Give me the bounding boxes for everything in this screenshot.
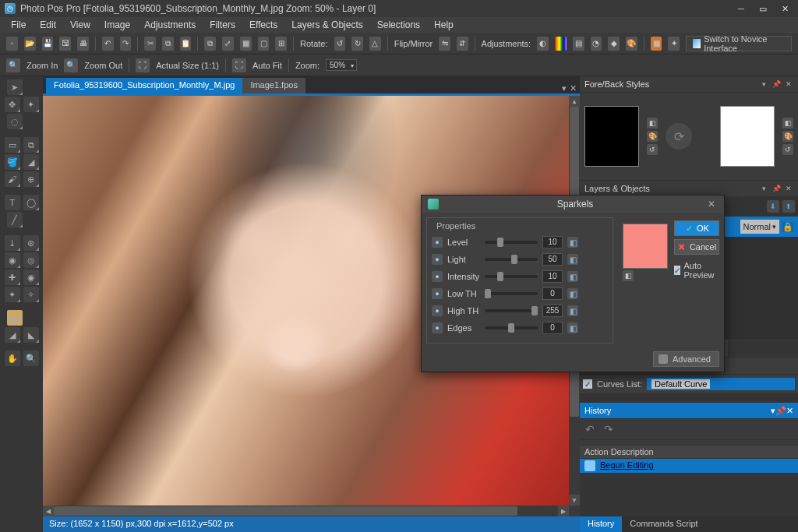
- line-tool-icon[interactable]: ╱: [7, 212, 23, 227]
- redo-icon[interactable]: ↷: [120, 37, 132, 51]
- color-icon[interactable]: ◔: [591, 37, 602, 51]
- zoom-out-icon[interactable]: 🔍: [64, 58, 78, 72]
- swap-colors-icon[interactable]: ⟳: [666, 123, 692, 150]
- ok-button[interactable]: ✓OK: [674, 220, 719, 236]
- dialog-titlebar[interactable]: Sparkels ✕: [422, 196, 724, 213]
- history-item[interactable]: Begun Editing: [580, 459, 798, 473]
- zoom-in-icon[interactable]: 🔍: [6, 58, 20, 72]
- slider[interactable]: [485, 309, 538, 312]
- new-icon[interactable]: ▫: [6, 37, 18, 51]
- prop-value-input[interactable]: 10: [542, 236, 563, 248]
- history-list[interactable]: [580, 474, 798, 516]
- slider[interactable]: [485, 241, 538, 244]
- shape-tool-icon[interactable]: ◯: [23, 195, 39, 210]
- redeye-tool-icon[interactable]: ◉: [23, 270, 39, 285]
- prop-value-input[interactable]: 0: [542, 322, 563, 334]
- slider-thumb[interactable]: [485, 289, 491, 298]
- document-tab-2[interactable]: Image1.fpos: [242, 78, 305, 93]
- scroll-left-icon[interactable]: ◀: [43, 506, 54, 516]
- maximize-button[interactable]: ▭: [754, 3, 772, 14]
- advanced-button[interactable]: Advanced: [653, 351, 719, 367]
- zoom-tool-icon[interactable]: 🔍: [23, 351, 39, 366]
- close-icon[interactable]: ✕: [705, 198, 718, 210]
- cut-icon[interactable]: ✂: [144, 37, 156, 51]
- color-reset-icon[interactable]: ↺: [647, 144, 658, 155]
- slider-thumb[interactable]: [531, 306, 538, 315]
- gradient-tool-icon[interactable]: ◢: [23, 154, 39, 170]
- heal-tool-icon[interactable]: ✚: [5, 270, 20, 285]
- layer-down-icon[interactable]: ⬇: [767, 200, 779, 213]
- sparkle-tool-icon[interactable]: ✧: [23, 287, 39, 302]
- color-picker-icon[interactable]: 🎨: [782, 131, 793, 142]
- prop-value-input[interactable]: 255: [542, 305, 563, 317]
- slider-thumb[interactable]: [508, 323, 514, 333]
- brush-tool-icon[interactable]: 🖌: [5, 171, 20, 187]
- auto-fit-icon[interactable]: ⛶: [232, 58, 246, 72]
- crop-icon[interactable]: ⧉: [204, 37, 216, 51]
- prop-value-input[interactable]: 10: [542, 270, 563, 283]
- tint-icon[interactable]: 🎨: [626, 37, 637, 51]
- fill-tool-icon[interactable]: 🪣: [5, 154, 20, 170]
- scroll-right-icon[interactable]: ▶: [558, 506, 569, 516]
- blend-mode-select[interactable]: Normal▾: [740, 220, 779, 234]
- menu-adjustments[interactable]: Adjustments: [138, 18, 202, 32]
- pointer-tool-icon[interactable]: ➤: [7, 79, 23, 95]
- menu-edit[interactable]: Edit: [34, 18, 62, 32]
- color-adjust-icon[interactable]: ◧: [782, 118, 793, 129]
- color-adjust-icon[interactable]: ◧: [647, 118, 658, 129]
- layers-panel-header[interactable]: Layers & Objects ▾ 📌 ✕: [580, 181, 798, 196]
- auto-fit-label[interactable]: Auto Fit: [252, 61, 282, 70]
- menu-effects[interactable]: Effects: [243, 18, 284, 32]
- slider[interactable]: [485, 326, 538, 329]
- slider[interactable]: [485, 292, 538, 295]
- sharpen-icon[interactable]: ◆: [608, 37, 620, 51]
- preview-adjust-icon[interactable]: ◧: [623, 270, 634, 281]
- expand-icon[interactable]: ◧: [567, 288, 578, 299]
- levels-icon[interactable]: ▤: [573, 37, 584, 51]
- color-picker-icon[interactable]: 🎨: [647, 131, 658, 142]
- erase2-tool-icon[interactable]: ◢: [5, 327, 20, 343]
- auto-preview-checkbox[interactable]: ✓ Auto Preview: [674, 261, 719, 280]
- contrast-icon[interactable]: ◐: [537, 37, 549, 51]
- magic-tool-icon[interactable]: ✦: [5, 287, 20, 302]
- menu-layers-objects[interactable]: Layers & Objects: [285, 18, 369, 32]
- zoom-select[interactable]: 50% ▾: [326, 59, 357, 71]
- scroll-thumb[interactable]: [54, 506, 517, 516]
- tab-history[interactable]: History: [580, 516, 622, 532]
- move-tool-icon[interactable]: ✥: [5, 97, 20, 112]
- eyedropper-tool-icon[interactable]: ⤓: [5, 235, 20, 251]
- zoom-out-label[interactable]: Zoom Out: [84, 61, 122, 70]
- hue-icon[interactable]: [555, 37, 567, 51]
- undo-icon[interactable]: ↶: [583, 422, 597, 436]
- prop-value-input[interactable]: 50: [542, 253, 563, 266]
- crop-tool-icon[interactable]: ⧉: [23, 137, 39, 153]
- export-icon[interactable]: 🖫: [59, 37, 71, 51]
- rotate-left-icon[interactable]: ↺: [334, 37, 346, 51]
- horizontal-scrollbar[interactable]: ◀ ▶: [43, 506, 569, 516]
- chevron-down-icon[interactable]: ▾: [759, 79, 768, 89]
- menu-filters[interactable]: Filters: [203, 18, 242, 32]
- pin-icon[interactable]: 📌: [772, 79, 781, 89]
- novice-interface-button[interactable]: Switch to Novice Interface: [686, 36, 792, 51]
- history-panel-header[interactable]: History ▾ 📌 ✕: [580, 403, 798, 418]
- smudge-tool-icon[interactable]: ◉: [5, 252, 20, 268]
- resize-icon[interactable]: ⤢: [222, 37, 234, 51]
- blur-tool-icon[interactable]: ◎: [23, 252, 39, 268]
- expand-icon[interactable]: ◧: [567, 322, 578, 333]
- clone-tool-icon[interactable]: ⊕: [23, 171, 39, 187]
- foreback-panel-header[interactable]: Fore/Back Styles ▾ 📌 ✕: [580, 76, 798, 92]
- copy-icon[interactable]: ⧉: [162, 37, 174, 51]
- open-icon[interactable]: 📂: [24, 37, 36, 51]
- cancel-button[interactable]: ✖Cancel: [674, 239, 719, 255]
- fx1-icon[interactable]: ▦: [651, 37, 662, 51]
- prop-value-input[interactable]: 0: [542, 287, 563, 300]
- expand-icon[interactable]: ◧: [567, 254, 578, 265]
- undo-icon[interactable]: ↶: [102, 37, 114, 51]
- close-button[interactable]: ✕: [776, 3, 793, 14]
- print-icon[interactable]: 🖶: [77, 37, 89, 51]
- save-icon[interactable]: 💾: [42, 37, 54, 51]
- lasso-tool-icon[interactable]: ◌: [7, 114, 23, 129]
- close-icon[interactable]: ✕: [786, 406, 793, 416]
- menu-file[interactable]: File: [5, 18, 32, 32]
- eraser-tool-icon[interactable]: ▬: [7, 310, 23, 326]
